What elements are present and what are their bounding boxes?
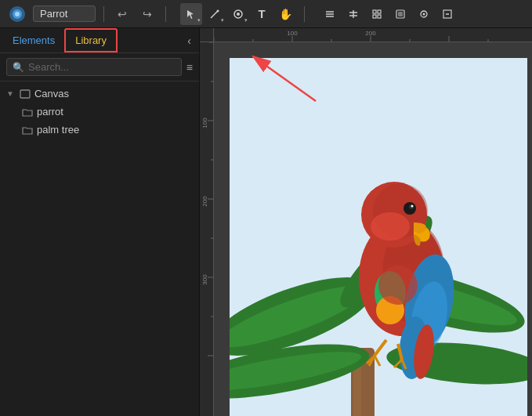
svg-rect-16: [378, 15, 381, 18]
main-content: Elements Library ‹ 🔍 ≡ ▼ Canvas: [0, 28, 532, 416]
tool-group: ▾ ▾ ▾ T ✋: [180, 3, 296, 25]
canvas-area[interactable]: 100 200 100 200 300: [200, 28, 532, 416]
svg-line-74: [375, 356, 380, 366]
panel-collapse-button[interactable]: ‹: [183, 31, 196, 50]
pen-tool-button[interactable]: ▾: [204, 3, 226, 25]
panel-tabs: Elements Library ‹: [0, 28, 199, 53]
artboard: [230, 58, 527, 416]
distribute-tool-button[interactable]: [342, 3, 364, 25]
canvas-icon: [20, 89, 31, 99]
search-options-button[interactable]: ≡: [186, 61, 193, 74]
svg-text:300: 300: [201, 274, 208, 285]
artboard-wrapper: [214, 42, 532, 416]
right-tool-group: [319, 3, 458, 25]
main-toolbar: Parrot ↩ ↪ ▾ ▾ ▾ T ✋: [0, 0, 532, 28]
document-title[interactable]: Parrot: [33, 5, 96, 22]
parrot-scene: [230, 58, 527, 416]
select-tool-button[interactable]: ▾: [180, 3, 202, 25]
toolbar-separator-2: [165, 6, 166, 22]
ruler-left: 100 200 300: [200, 42, 214, 416]
svg-rect-18: [398, 12, 403, 16]
grid-tool-button[interactable]: [366, 3, 388, 25]
svg-point-69: [411, 205, 414, 208]
search-input[interactable]: [28, 61, 176, 73]
shape-tool-dropdown-icon: ▾: [244, 17, 248, 24]
svg-point-70: [371, 212, 410, 241]
layer-tree: ▼ Canvas parrot palm tree: [0, 81, 199, 416]
tab-elements[interactable]: Elements: [3, 30, 64, 51]
search-area: 🔍 ≡: [0, 53, 199, 81]
tab-library[interactable]: Library: [64, 28, 118, 52]
folder-icon: [22, 107, 33, 118]
svg-rect-14: [378, 10, 381, 13]
svg-point-64: [378, 266, 418, 305]
svg-point-4: [217, 9, 219, 12]
hand-tool-button[interactable]: ✋: [274, 3, 296, 25]
ruler-top: 100 200: [214, 28, 532, 42]
svg-point-20: [423, 13, 425, 15]
tree-item-canvas[interactable]: ▼ Canvas: [0, 85, 199, 103]
svg-text:100: 100: [201, 118, 208, 128]
svg-marker-3: [187, 10, 194, 19]
shape-tool-button[interactable]: ▾: [227, 3, 249, 25]
folder-icon: [22, 125, 33, 136]
svg-line-71: [375, 340, 386, 356]
undo-button[interactable]: ↩: [112, 4, 132, 24]
svg-point-6: [237, 13, 240, 16]
ruler-corner: [200, 28, 214, 42]
svg-text:200: 200: [201, 196, 208, 207]
expand-arrow-canvas: ▼: [6, 89, 14, 98]
pen-tool-dropdown-icon: ▾: [221, 17, 224, 24]
select-tool-dropdown-icon: ▾: [197, 17, 201, 24]
left-panel: Elements Library ‹ 🔍 ≡ ▼ Canvas: [0, 28, 200, 416]
app-logo[interactable]: [6, 3, 28, 25]
svg-rect-13: [373, 10, 376, 13]
tree-item-parrot[interactable]: parrot: [0, 103, 199, 121]
svg-text:100: 100: [287, 30, 298, 37]
search-input-wrap: 🔍: [6, 58, 182, 76]
svg-point-2: [15, 12, 20, 16]
toolbar-separator-1: [103, 6, 104, 22]
tree-item-palm-tree[interactable]: palm tree: [0, 121, 199, 139]
text-tool-button[interactable]: T: [251, 3, 273, 25]
camera-tool-button[interactable]: [413, 3, 435, 25]
redo-button[interactable]: ↪: [137, 4, 157, 24]
svg-rect-23: [20, 90, 30, 98]
svg-text:200: 200: [365, 30, 376, 37]
toolbar-separator-3: [304, 6, 305, 22]
export-tool-button[interactable]: [436, 3, 458, 25]
search-icon: 🔍: [13, 62, 24, 73]
mask-tool-button[interactable]: [389, 3, 411, 25]
align-tool-button[interactable]: [319, 3, 341, 25]
svg-rect-15: [373, 15, 376, 18]
